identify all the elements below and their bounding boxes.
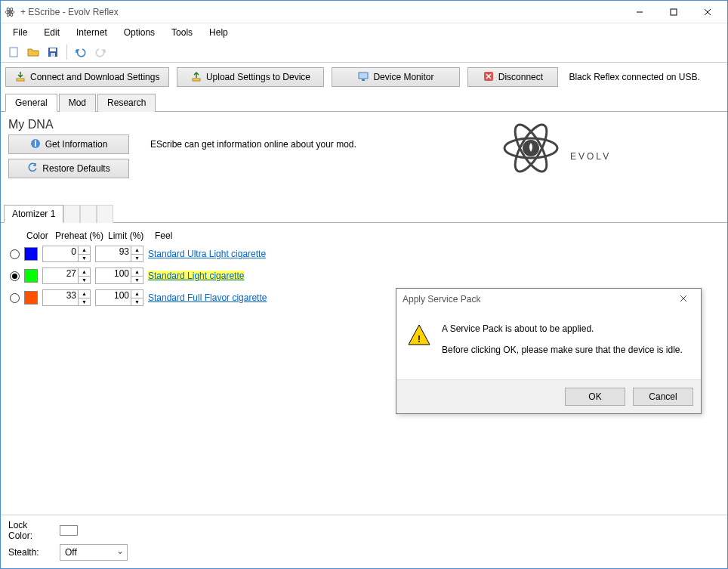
- spin-up-icon[interactable]: ▲: [79, 290, 90, 298]
- main-tabs: General Mod Research: [1, 93, 727, 112]
- spin-down-icon[interactable]: ▼: [79, 255, 90, 262]
- menubar: File Edit Internet Options Tools Help: [1, 23, 727, 42]
- minimize-button[interactable]: [622, 1, 656, 23]
- download-icon: [15, 71, 26, 84]
- icon-toolbar: [1, 42, 727, 63]
- spin-down-icon[interactable]: ▼: [79, 298, 90, 306]
- window-title: + EScribe - Evolv Reflex: [20, 7, 622, 17]
- lock-color-label: Lock Color:: [8, 520, 54, 541]
- undo-icon[interactable]: [72, 44, 89, 60]
- upload-icon: [191, 71, 202, 84]
- disconnect-icon: [483, 71, 494, 84]
- save-icon[interactable]: [45, 44, 61, 60]
- preheat-input[interactable]: 33▲▼: [42, 289, 91, 306]
- apply-service-pack-dialog: Apply Service Pack ! A Service Pack is a…: [396, 288, 702, 414]
- menu-tools[interactable]: Tools: [164, 25, 200, 40]
- preheat-value: 0: [71, 246, 76, 257]
- svg-rect-8: [10, 48, 17, 57]
- limit-value: 93: [119, 246, 129, 257]
- preheat-input[interactable]: 0▲▼: [42, 246, 91, 262]
- feel-link[interactable]: Standard Light cigarette: [148, 271, 244, 281]
- spin-up-icon[interactable]: ▲: [79, 246, 90, 255]
- svg-text:EVOLV: EVOLV: [570, 151, 611, 162]
- tab-research[interactable]: Research: [97, 94, 156, 112]
- preheat-input[interactable]: 27▲▼: [42, 267, 91, 284]
- limit-input[interactable]: 100▲▼: [95, 267, 143, 284]
- spin-up-icon[interactable]: ▲: [131, 268, 143, 277]
- svg-point-3: [9, 11, 11, 13]
- info-description: EScribe can get information online about…: [150, 139, 356, 150]
- app-icon: [4, 6, 16, 18]
- restore-defaults-button[interactable]: Restore Defaults: [8, 159, 129, 178]
- hdr-limit: Limit (%): [108, 230, 155, 241]
- menu-internet[interactable]: Internet: [69, 25, 115, 40]
- close-button[interactable]: [690, 1, 724, 23]
- connect-download-label: Connect and Download Settings: [30, 72, 159, 82]
- atomizer-color-swatch[interactable]: [24, 291, 38, 305]
- menu-edit[interactable]: Edit: [36, 25, 67, 40]
- atomizer-tab-blank-1[interactable]: [63, 205, 80, 223]
- action-bar: Connect and Download Settings Upload Set…: [1, 63, 727, 91]
- spin-down-icon[interactable]: ▼: [131, 255, 143, 262]
- hdr-preheat: Preheat (%): [55, 230, 108, 241]
- menu-options[interactable]: Options: [116, 25, 162, 40]
- atomizer-tab-blank-2[interactable]: [80, 205, 97, 223]
- upload-label: Upload Settings to Device: [206, 72, 310, 82]
- atomizer-color-swatch[interactable]: [24, 247, 38, 261]
- spin-up-icon[interactable]: ▲: [79, 268, 90, 277]
- device-monitor-button[interactable]: Device Monitor: [332, 67, 460, 87]
- limit-input[interactable]: 93▲▼: [95, 246, 143, 262]
- svg-rect-5: [671, 9, 677, 15]
- get-information-button[interactable]: i Get Information: [8, 135, 129, 154]
- svg-text:i: i: [34, 138, 36, 149]
- maximize-button[interactable]: [656, 1, 690, 23]
- svg-rect-13: [193, 79, 200, 81]
- atomizer-tab-1[interactable]: Atomizer 1: [4, 205, 63, 223]
- dialog-ok-button[interactable]: OK: [565, 388, 625, 406]
- stealth-value: Off: [65, 547, 77, 558]
- atomizer-tab-blank-3[interactable]: [97, 205, 113, 223]
- titlebar: + EScribe - Evolv Reflex: [1, 1, 727, 23]
- spin-down-icon[interactable]: ▼: [131, 277, 143, 284]
- limit-input[interactable]: 100▲▼: [95, 289, 143, 306]
- spin-up-icon[interactable]: ▲: [131, 246, 143, 255]
- menu-help[interactable]: Help: [202, 25, 236, 40]
- disconnect-button[interactable]: Disconnect: [467, 67, 558, 87]
- disconnect-label: Disconnect: [498, 72, 543, 82]
- open-folder-icon[interactable]: [25, 44, 42, 60]
- evolv-logo: EVOLV: [501, 114, 712, 184]
- bottom-panel: Lock Color: Stealth: Off: [1, 515, 727, 568]
- menu-file[interactable]: File: [5, 25, 35, 40]
- dialog-close-button[interactable]: [672, 294, 695, 305]
- upload-button[interactable]: Upload Settings to Device: [177, 67, 324, 87]
- stealth-select[interactable]: Off: [60, 544, 128, 561]
- tab-mod[interactable]: Mod: [59, 94, 96, 112]
- device-monitor-label: Device Monitor: [373, 72, 433, 82]
- dialog-cancel-button[interactable]: Cancel: [633, 388, 693, 406]
- dialog-line1: A Service Pack is about to be applied.: [442, 323, 690, 334]
- atomizer-radio[interactable]: [10, 249, 20, 259]
- restore-icon: [27, 162, 38, 175]
- spin-up-icon[interactable]: ▲: [131, 290, 143, 298]
- hdr-feel: Feel: [155, 230, 172, 241]
- stealth-label: Stealth:: [8, 547, 54, 558]
- spin-down-icon[interactable]: ▼: [131, 298, 143, 306]
- preheat-value: 33: [66, 290, 76, 301]
- atomizer-color-swatch[interactable]: [24, 269, 38, 283]
- atomizer-radio[interactable]: [10, 293, 20, 303]
- feel-link[interactable]: Standard Ultra Light cigarette: [148, 249, 266, 259]
- connect-download-button[interactable]: Connect and Download Settings: [5, 67, 169, 87]
- dialog-title: Apply Service Pack: [403, 294, 480, 305]
- redo-icon[interactable]: [92, 44, 109, 60]
- limit-value: 100: [114, 268, 129, 279]
- spin-down-icon[interactable]: ▼: [79, 277, 90, 284]
- atomizer-row: 0▲▼93▲▼Standard Ultra Light cigarette: [10, 246, 718, 262]
- feel-link[interactable]: Standard Full Flavor cigarette: [148, 292, 267, 303]
- new-icon[interactable]: [5, 44, 22, 60]
- tab-general[interactable]: General: [5, 94, 57, 112]
- lock-color-picker[interactable]: [60, 525, 78, 536]
- preheat-value: 27: [66, 268, 76, 279]
- atomizer-radio[interactable]: [10, 271, 20, 281]
- dialog-line2: Before clicking OK, please make sure tha…: [442, 345, 690, 355]
- dialog-text: A Service Pack is about to be applied. B…: [442, 323, 690, 366]
